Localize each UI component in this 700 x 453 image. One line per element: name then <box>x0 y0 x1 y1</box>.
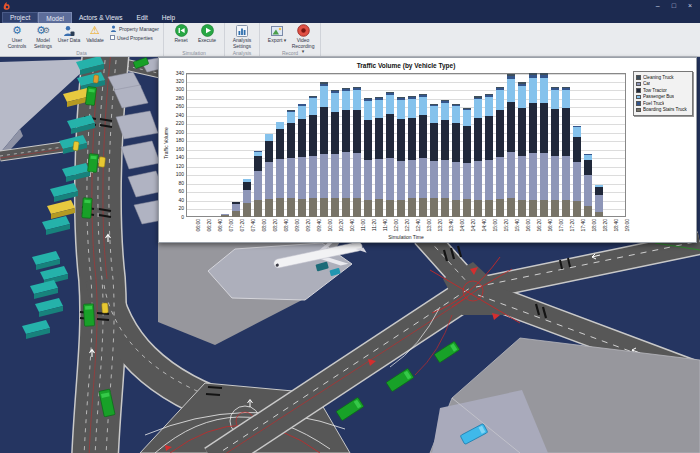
bar-segment <box>375 199 383 217</box>
bar-segment <box>309 115 317 155</box>
bar-segment <box>419 198 427 217</box>
x-tick-label: 18:00 <box>582 218 593 235</box>
bar-segment <box>342 198 350 217</box>
chevron-down-icon: ▾ <box>284 37 287 43</box>
export-button[interactable]: Export ▾ <box>265 24 289 44</box>
bar-segment <box>243 203 251 217</box>
stacked-bar <box>474 96 482 217</box>
tab-model[interactable]: Model <box>38 12 72 23</box>
used-properties-checkbox[interactable]: Used Properties <box>110 33 159 42</box>
legend-label: Car <box>643 81 650 86</box>
analysis-settings-button[interactable]: Analysis Settings <box>230 24 254 49</box>
gears-icon: ⚙⚙ <box>36 24 50 37</box>
bar-segment <box>562 156 570 200</box>
bar-segment <box>386 95 394 114</box>
tab-help[interactable]: Help <box>155 12 182 23</box>
bar-segment <box>551 109 559 156</box>
maximize-button[interactable]: □ <box>672 2 676 9</box>
bar-segment <box>342 91 350 110</box>
bar-segment <box>452 106 460 123</box>
bar-segment <box>331 198 339 217</box>
bar-segment <box>529 103 537 153</box>
bar-segment <box>386 114 394 158</box>
property-manager-button[interactable]: Property Manager <box>110 24 159 33</box>
bar-segment <box>353 110 361 153</box>
bar-segment <box>254 156 262 171</box>
bar-segment <box>507 79 515 102</box>
bar-segment <box>254 200 262 217</box>
tab-edit[interactable]: Edit <box>130 12 155 23</box>
tab-actors-views[interactable]: Actors & Views <box>72 12 130 23</box>
x-tick-label: 14:40 <box>472 218 483 235</box>
stacked-bar <box>309 96 317 217</box>
x-tick-label: 09:20 <box>296 218 307 235</box>
y-tick-label: 300 <box>170 87 184 92</box>
y-tick-label: 240 <box>170 113 184 118</box>
bar-segment <box>320 86 328 108</box>
x-tick-label: 12:40 <box>406 218 417 235</box>
bar-segment <box>584 206 592 217</box>
stacked-bar <box>254 151 262 217</box>
bar-segment <box>485 97 493 116</box>
tab-project[interactable]: Project <box>2 12 38 23</box>
bar-segment <box>595 195 603 212</box>
minimize-button[interactable]: – <box>656 2 660 9</box>
bar-segment <box>408 160 416 198</box>
x-tick-label: 16:20 <box>527 218 538 235</box>
stacked-bar <box>232 202 240 217</box>
legend-swatch <box>636 108 641 113</box>
bar-segment <box>386 158 394 200</box>
bar-segment <box>408 99 416 118</box>
execute-button[interactable]: Execute <box>195 24 219 44</box>
image-icon <box>271 24 283 37</box>
bar-segment <box>419 97 427 116</box>
stacked-bar <box>419 94 427 217</box>
bar-segment <box>595 187 603 195</box>
stacked-bar <box>430 104 438 217</box>
x-tick-label: 11:40 <box>373 218 384 235</box>
legend-swatch <box>636 101 641 106</box>
bar-segment <box>309 156 317 198</box>
gear-icon: ⚙ <box>12 24 22 37</box>
x-tick-label: 13:20 <box>428 218 439 235</box>
bar-segment <box>430 198 438 217</box>
bar-segment <box>562 108 570 155</box>
traffic-volume-chart-window[interactable]: Traffic Volume (by Vehicle Type) Traffic… <box>158 57 697 243</box>
x-tick-label: 16:40 <box>538 218 549 235</box>
title-bar[interactable]: – □ × <box>0 0 700 11</box>
legend-swatch <box>636 75 641 80</box>
bar-segment <box>375 118 383 159</box>
bar-segment <box>309 198 317 217</box>
x-tick-label: 11:20 <box>362 218 373 235</box>
user-controls-button[interactable]: ⚙ User Controls <box>5 24 29 49</box>
bar-segment <box>298 157 306 199</box>
x-tick-label: 10:20 <box>329 218 340 235</box>
bar-segment <box>287 158 295 198</box>
bar-segment <box>573 162 581 201</box>
bar-segment <box>518 86 526 108</box>
x-tick-label: 18:40 <box>604 218 615 235</box>
y-axis-title: Traffic Volume <box>163 113 169 173</box>
stacked-bar <box>298 104 306 217</box>
bar-segment <box>430 161 438 198</box>
stacked-bar <box>507 74 515 217</box>
reset-button[interactable]: Reset <box>169 24 193 44</box>
chart-title: Traffic Volume (by Vehicle Type) <box>186 62 626 69</box>
bar-segment <box>518 108 526 156</box>
play-icon <box>201 24 214 37</box>
stacked-bar <box>496 87 504 217</box>
x-tick-label: 13:00 <box>417 218 428 235</box>
bar-segment <box>551 200 559 217</box>
validate-button[interactable]: ⚠ Validate <box>83 24 107 44</box>
stacked-bar <box>408 96 416 217</box>
x-tick-label: 07:20 <box>230 218 241 235</box>
x-tick-label: 09:00 <box>285 218 296 235</box>
bar-segment <box>474 161 482 201</box>
bar-segment <box>540 200 548 217</box>
user-data-button[interactable]: User Data <box>57 24 81 44</box>
user-database-icon <box>63 24 75 37</box>
model-settings-button[interactable]: ⚙⚙ Model Settings <box>31 24 55 49</box>
close-button[interactable]: × <box>688 2 692 9</box>
x-tick-label: 12:00 <box>384 218 395 235</box>
stacked-bar <box>562 87 570 217</box>
